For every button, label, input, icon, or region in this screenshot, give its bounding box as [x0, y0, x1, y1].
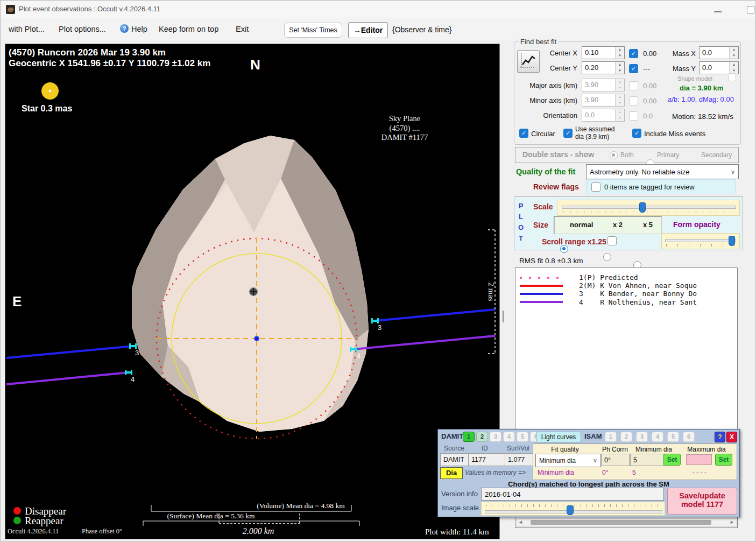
plot-title-line1: (4570) Runcorn 2026 Mar 19 3.90 km	[9, 47, 166, 58]
minimum-dia-field[interactable]: 5	[630, 454, 664, 466]
scrollbar-left-arrow[interactable]: ◄	[518, 519, 523, 525]
double-stars-both-label: Both	[620, 151, 634, 159]
mass-y-input[interactable]: 0.0▲▼	[699, 61, 739, 74]
plot-canvas: 3 3 4 4 2 mas (4570) Runcorn 2026 Mar 19…	[5, 44, 499, 539]
isam-model-button-1: 1	[605, 432, 617, 442]
major-axis-checkbox	[629, 81, 638, 90]
ph-corrn-header: Ph Corrn	[601, 446, 629, 453]
center-x-input[interactable]: 0.10▲▼	[582, 46, 625, 59]
size-x2-radio[interactable]	[603, 253, 611, 261]
editor-button[interactable]: →Editor	[348, 22, 388, 38]
maximum-dia-header: Maximum dia	[686, 446, 727, 453]
scroll-range-label: Scroll range x1.25	[542, 237, 606, 246]
damit-label: DAMIT	[441, 432, 463, 440]
menu-help[interactable]: Help	[131, 25, 147, 33]
observer-list-item[interactable]: 2(M) K Von Ahnen, near Soque	[520, 281, 735, 290]
image-scale-slider[interactable]	[481, 502, 665, 516]
set-maximum-button[interactable]: Set	[715, 454, 732, 466]
form-opacity-slider[interactable]	[661, 233, 740, 249]
damit-model-button-2[interactable]: 2	[476, 432, 488, 442]
quality-of-fit-label: Quality of the fit	[516, 167, 575, 176]
center-x-label: Center X	[536, 49, 577, 57]
values-in-memory-label: Values in memory =>	[465, 469, 526, 476]
scale-slider-thumb[interactable]	[639, 202, 646, 213]
set-minimum-button[interactable]: Set	[663, 454, 681, 466]
scrollbar-right-arrow[interactable]: ►	[730, 519, 734, 525]
mass-x-label: Mass X	[670, 50, 696, 58]
fit-quality-header: Fit quality	[542, 446, 588, 453]
isam-model-button-4: 4	[652, 432, 663, 442]
minimize-button[interactable]	[714, 11, 722, 12]
memory-fit-quality: Minimum dia	[538, 469, 574, 476]
mas-scale-label: 2 mas	[487, 282, 496, 301]
damit-model-button-1[interactable]: 1	[463, 432, 475, 442]
svg-text:4: 4	[131, 375, 135, 383]
observer-time-label: {Observer & time}	[392, 25, 452, 34]
asteroid-shape-model	[132, 136, 369, 432]
id-value-field[interactable]: 1177	[468, 453, 505, 466]
chevron-down-icon: ∨	[731, 168, 735, 175]
mass-x-input[interactable]: 0.0▲▼	[699, 46, 739, 59]
find-best-fit-legend: Find best fit	[518, 38, 559, 46]
orientation-checkbox	[629, 111, 638, 121]
set-miss-times-button[interactable]: Set 'Miss' Times	[284, 23, 342, 38]
include-miss-checkbox[interactable]: ✓	[632, 129, 641, 138]
use-assumed-dia-label: Use assumeddia (3.9 km)	[575, 125, 614, 140]
major-axis-label: Major axis (km)	[521, 81, 577, 89]
km-scale-label: 2.000 km	[243, 526, 274, 536]
scrollbar-thumb[interactable]	[531, 520, 711, 525]
scale-slider[interactable]	[557, 200, 740, 216]
observer-list-hscrollbar[interactable]: ◄ ►	[516, 518, 737, 527]
scroll-range-checkbox[interactable]	[607, 236, 617, 245]
observer-list-item[interactable]: 3 K Bender, near Bonny Do	[520, 290, 735, 298]
circular-checkbox[interactable]: ✓	[519, 129, 528, 138]
size-x2-label: x 2	[613, 221, 623, 229]
app-icon	[6, 5, 15, 14]
sky-plane-plot[interactable]: 3 3 4 4 2 mas (4570) Runcorn 2026 Mar 19…	[5, 44, 500, 539]
damit-help-button[interactable]: ?	[715, 432, 725, 442]
version-info-field[interactable]: 2016-01-04	[481, 488, 664, 501]
menu-with-plot[interactable]: with Plot...	[9, 25, 45, 33]
form-opacity-label: Form opacity	[673, 220, 720, 229]
light-curves-button[interactable]: Light curves	[536, 432, 581, 442]
review-flags-checkbox[interactable]	[591, 182, 600, 192]
observer-label: 2(M) K Von Ahnen, near Soque	[579, 281, 697, 290]
center-x-checkbox[interactable]: ✓	[629, 49, 638, 58]
use-assumed-dia-checkbox[interactable]: ✓	[563, 129, 573, 138]
observer-list-item[interactable]: 4 R Nolthenius, near Sant	[520, 298, 735, 306]
solid-line-swatch	[520, 301, 563, 303]
panel-splitter[interactable]	[503, 311, 504, 322]
source-column-header: Source	[441, 445, 467, 452]
include-miss-label: Include Miss events	[644, 130, 705, 138]
observer-label: 3 K Bender, near Bonny Do	[579, 290, 697, 298]
minor-axis-input: 3.90▲▼	[582, 94, 625, 107]
quality-of-fit-value: Astrometry only. No reliable size	[590, 168, 689, 176]
damit-close-button[interactable]: X	[726, 432, 737, 442]
size-normal-radio[interactable]	[560, 245, 568, 253]
maximize-button[interactable]	[747, 6, 754, 13]
menu-plot-options[interactable]: Plot options...	[59, 25, 106, 33]
shape-model-checkbox[interactable]	[728, 73, 736, 81]
fit-quality-select[interactable]: Minimum dia∨	[535, 454, 601, 467]
form-opacity-slider-thumb[interactable]	[729, 236, 735, 246]
mass-y-label: Mass Y	[670, 65, 696, 73]
save-update-model-button[interactable]: Save/updatemodel 1177	[667, 488, 737, 515]
menu-exit[interactable]: Exit	[236, 25, 249, 33]
observer-list-item[interactable]: 1(P) Predicted	[520, 273, 735, 281]
maximum-dia-field[interactable]	[686, 454, 712, 465]
image-scale-slider-thumb[interactable]	[567, 505, 574, 515]
dia-button[interactable]: Dia	[440, 467, 463, 479]
rms-fit-label: RMS fit 0.8 ±0.3 km	[519, 257, 583, 265]
chevron-down-icon: ∨	[593, 457, 597, 464]
center-y-input[interactable]: 0.20▲▼	[582, 61, 625, 74]
ph-corrn-field[interactable]: 0°	[601, 454, 630, 466]
menu-keep-on-top[interactable]: Keep form on top	[159, 25, 218, 33]
help-icon[interactable]: ?	[120, 24, 129, 33]
ab-dmag-label: a/b: 1.00, dMag: 0.00	[668, 95, 734, 103]
center-y-checkbox[interactable]: ✓	[629, 64, 638, 73]
memory-minimum-dia: 5	[632, 469, 636, 476]
star-scale-label: Star 0.3 mas	[22, 104, 72, 113]
sky-plane-object: (4570) ....	[390, 124, 420, 133]
quality-of-fit-select[interactable]: Astrometry only. No reliable size∨	[586, 164, 739, 179]
plot-version-label: Occult 4.2026.4.11	[8, 527, 59, 535]
